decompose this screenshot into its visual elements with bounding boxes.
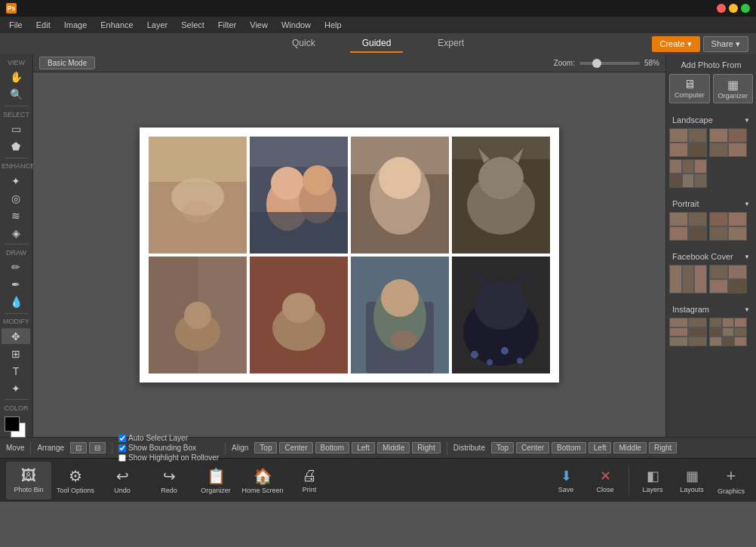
show-highlight-checkbox[interactable] bbox=[118, 454, 126, 462]
shape-tool[interactable]: ✦ bbox=[2, 380, 30, 396]
portrait-template-1[interactable] bbox=[669, 212, 707, 241]
align-middle-btn[interactable]: Middle bbox=[377, 442, 410, 453]
arrange-btn-2[interactable]: ⊟ bbox=[89, 442, 106, 453]
enhance-tool-4[interactable]: ◈ bbox=[2, 225, 30, 241]
layers-button[interactable]: ◧ Layers bbox=[634, 462, 671, 499]
print-button[interactable]: 🖨 Print bbox=[287, 462, 332, 499]
menu-edit[interactable]: Edit bbox=[30, 19, 57, 31]
photo-cell-7[interactable] bbox=[351, 257, 449, 373]
align-top-btn[interactable]: Top bbox=[254, 442, 277, 453]
draw-tool-2[interactable]: ✒ bbox=[2, 277, 30, 293]
distribute-left-btn[interactable]: Left bbox=[589, 442, 612, 453]
portrait-section-header[interactable]: Portrait ▼ bbox=[669, 198, 753, 210]
distribute-top-btn[interactable]: Top bbox=[491, 442, 514, 453]
svg-point-9 bbox=[303, 165, 333, 195]
landscape-template-1[interactable] bbox=[669, 128, 707, 157]
photo-bin-icon: 🖼 bbox=[21, 467, 36, 484]
align-bottom-btn[interactable]: Bottom bbox=[315, 442, 350, 453]
photo-cell-5[interactable] bbox=[149, 257, 247, 373]
menu-file[interactable]: File bbox=[3, 19, 29, 31]
portrait-template-2[interactable] bbox=[709, 212, 747, 241]
photo-cell-1[interactable] bbox=[149, 137, 247, 254]
home-screen-button[interactable]: 🏠 Home Screen bbox=[240, 462, 285, 499]
landscape-section-header[interactable]: Landscape ▼ bbox=[669, 114, 753, 126]
photo-collage bbox=[140, 128, 559, 383]
menu-select[interactable]: Select bbox=[175, 19, 211, 31]
instagram-template-1[interactable] bbox=[669, 318, 707, 346]
undo-button[interactable]: ↩ Undo bbox=[100, 462, 145, 499]
close-window-button[interactable] bbox=[717, 4, 726, 13]
portrait-chevron: ▼ bbox=[744, 201, 750, 207]
undo-icon: ↩ bbox=[116, 467, 129, 485]
maximize-window-button[interactable] bbox=[741, 4, 750, 13]
arrange-btn-1[interactable]: ⊡ bbox=[70, 442, 87, 453]
menu-filter[interactable]: Filter bbox=[212, 19, 242, 31]
facebook-template-2[interactable] bbox=[709, 265, 747, 293]
enhance-tool-1[interactable]: ✦ bbox=[2, 173, 30, 189]
show-bounding-box-checkbox[interactable] bbox=[118, 444, 126, 452]
distribute-bottom-btn[interactable]: Bottom bbox=[552, 442, 586, 453]
redo-button[interactable]: ↪ Redo bbox=[146, 462, 192, 499]
window-controls[interactable] bbox=[717, 4, 750, 13]
facebook-template-1[interactable] bbox=[669, 265, 707, 293]
align-center-btn[interactable]: Center bbox=[279, 442, 312, 453]
hand-tool[interactable]: ✋ bbox=[2, 69, 30, 85]
minimize-window-button[interactable] bbox=[729, 4, 738, 13]
menu-enhance[interactable]: Enhance bbox=[94, 19, 139, 31]
photo-cell-4[interactable] bbox=[452, 137, 550, 254]
photo-bin-button[interactable]: 🖼 Photo Bin bbox=[6, 462, 51, 499]
align-left-btn[interactable]: Left bbox=[352, 442, 375, 453]
distribute-middle-btn[interactable]: Middle bbox=[613, 442, 646, 453]
photo-cell-2[interactable] bbox=[250, 137, 348, 254]
zoom-slider[interactable] bbox=[579, 62, 640, 65]
close-button[interactable]: ✕ Close bbox=[586, 462, 624, 499]
photo-cell-6[interactable] bbox=[250, 257, 348, 373]
type-tool[interactable]: T bbox=[2, 363, 30, 379]
menu-layer[interactable]: Layer bbox=[141, 19, 174, 31]
landscape-section: Landscape ▼ bbox=[669, 114, 753, 190]
rect-select-tool[interactable]: ▭ bbox=[2, 121, 30, 137]
instagram-template-2[interactable] bbox=[709, 318, 747, 346]
tab-expert[interactable]: Expert bbox=[426, 35, 476, 53]
color-swatch[interactable] bbox=[5, 416, 29, 432]
graphics-button[interactable]: + Graphics bbox=[712, 462, 750, 499]
crop-tool[interactable]: ⊞ bbox=[2, 346, 30, 361]
zoom-label: Zoom: bbox=[554, 59, 575, 67]
draw-tool-1[interactable]: ✏ bbox=[2, 260, 30, 275]
tool-options-button[interactable]: ⚙ Tool Options bbox=[53, 462, 98, 499]
menu-view[interactable]: View bbox=[244, 19, 274, 31]
redo-icon: ↪ bbox=[163, 467, 176, 485]
move-tool[interactable]: ✥ bbox=[2, 328, 30, 344]
computer-button[interactable]: 🖥 Computer bbox=[669, 74, 710, 103]
facebook-cover-section-header[interactable]: Facebook Cover ▼ bbox=[669, 250, 753, 263]
photo-cell-8[interactable] bbox=[452, 257, 550, 373]
save-icon: ⬇ bbox=[561, 468, 572, 484]
distribute-right-btn[interactable]: Right bbox=[649, 442, 677, 453]
create-button[interactable]: Create ▾ bbox=[652, 36, 700, 52]
photo-cell-3[interactable] bbox=[351, 137, 449, 254]
layouts-button[interactable]: ▦ Layouts bbox=[673, 462, 711, 499]
organizer-button[interactable]: 📋 Organizer bbox=[193, 462, 238, 499]
zoom-tool[interactable]: 🔍 bbox=[2, 87, 30, 103]
basic-mode-button[interactable]: Basic Mode bbox=[39, 57, 95, 69]
menu-help[interactable]: Help bbox=[318, 19, 348, 31]
footer: 🖼 Photo Bin ⚙ Tool Options ↩ Undo ↪ Redo… bbox=[0, 458, 756, 502]
distribute-center-btn[interactable]: Center bbox=[516, 442, 549, 453]
enhance-tool-2[interactable]: ◎ bbox=[2, 190, 30, 206]
menu-window[interactable]: Window bbox=[275, 19, 317, 31]
lasso-tool[interactable]: ⬟ bbox=[2, 139, 30, 155]
instagram-section-header[interactable]: Instagram ▼ bbox=[669, 303, 753, 315]
tab-guided[interactable]: Guided bbox=[350, 35, 404, 53]
draw-tool-3[interactable]: 💧 bbox=[2, 294, 30, 310]
menu-image[interactable]: Image bbox=[58, 19, 94, 31]
foreground-color-swatch[interactable] bbox=[5, 416, 20, 432]
save-button[interactable]: ⬇ Save bbox=[547, 462, 585, 499]
enhance-tool-3[interactable]: ≋ bbox=[2, 207, 30, 223]
landscape-templates bbox=[669, 126, 753, 190]
landscape-template-3[interactable] bbox=[669, 159, 707, 188]
align-right-btn[interactable]: Right bbox=[412, 442, 440, 453]
tab-quick[interactable]: Quick bbox=[280, 35, 327, 53]
share-button[interactable]: Share ▾ bbox=[703, 36, 748, 52]
organizer-button[interactable]: ▦ Organizer bbox=[713, 74, 754, 103]
landscape-template-2[interactable] bbox=[709, 128, 747, 157]
